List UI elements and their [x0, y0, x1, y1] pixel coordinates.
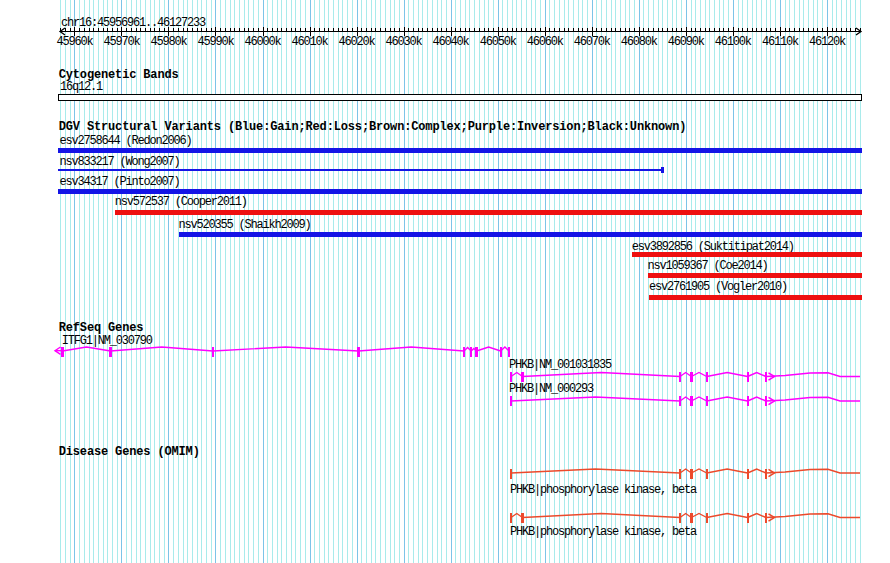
svg-text:Disease Genes (OMIM): Disease Genes (OMIM)	[59, 445, 200, 459]
svg-text:PHKB|phosphorylase kinase, bet: PHKB|phosphorylase kinase, beta	[510, 483, 697, 497]
svg-text:chr16:45956961..46127233: chr16:45956961..46127233	[61, 16, 206, 30]
svg-text:PHKB|NM_000293: PHKB|NM_000293	[509, 382, 594, 396]
svg-text:46070k: 46070k	[574, 35, 611, 49]
svg-text:esv3892856 (Suktitipat2014): esv3892856 (Suktitipat2014)	[632, 240, 794, 254]
svg-text:esv34317 (Pinto2007): esv34317 (Pinto2007)	[60, 175, 180, 189]
svg-text:46080k: 46080k	[621, 35, 658, 49]
svg-text:45960k: 45960k	[56, 35, 93, 49]
svg-text:46050k: 46050k	[480, 35, 517, 49]
svg-text:46120k: 46120k	[809, 35, 846, 49]
svg-text:45970k: 45970k	[103, 35, 140, 49]
svg-text:nsv833217 (Wong2007): nsv833217 (Wong2007)	[60, 155, 180, 169]
svg-text:PHKB|NM_001031835: PHKB|NM_001031835	[509, 358, 612, 372]
svg-text:46090k: 46090k	[668, 35, 705, 49]
svg-text:46000k: 46000k	[245, 35, 282, 49]
svg-text:45980k: 45980k	[151, 35, 188, 49]
svg-text:46030k: 46030k	[386, 35, 423, 49]
svg-text:DGV Structural Variants (Blue:: DGV Structural Variants (Blue:Gain;Red:L…	[59, 120, 687, 134]
svg-text:46110k: 46110k	[762, 35, 799, 49]
svg-text:46100k: 46100k	[715, 35, 752, 49]
svg-text:PHKB|phosphorylase kinase, bet: PHKB|phosphorylase kinase, beta	[510, 525, 697, 539]
svg-text:46010k: 46010k	[292, 35, 329, 49]
svg-text:46040k: 46040k	[433, 35, 470, 49]
svg-text:45990k: 45990k	[198, 35, 235, 49]
svg-text:nsv572537 (Cooper2011): nsv572537 (Cooper2011)	[115, 195, 247, 209]
svg-text:nsv1059367 (Coe2014): nsv1059367 (Coe2014)	[648, 259, 768, 273]
svg-text:ITFG1|NM_030790: ITFG1|NM_030790	[62, 334, 153, 348]
svg-text:46020k: 46020k	[339, 35, 376, 49]
svg-text:esv2758644 (Redon2006): esv2758644 (Redon2006)	[60, 134, 192, 148]
svg-text:16q12.1: 16q12.1	[60, 80, 103, 94]
svg-text:46060k: 46060k	[527, 35, 564, 49]
svg-text:nsv520355 (Shaikh2009): nsv520355 (Shaikh2009)	[179, 218, 311, 232]
svg-text:esv2761905 (Vogler2010): esv2761905 (Vogler2010)	[649, 280, 787, 294]
